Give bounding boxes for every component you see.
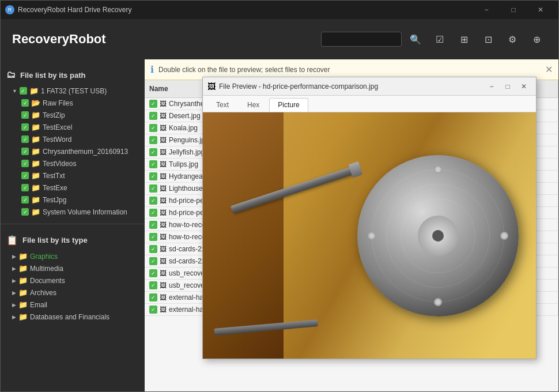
tree-item-chrysanthemum[interactable]: ✓ 📁 Chrysanthemum_20160913 [1, 145, 145, 157]
info-icon: ℹ [150, 64, 154, 75]
tree-item-testvideos[interactable]: ✓ 📁 TestVideos [1, 157, 145, 169]
type-item-documents[interactable]: ▶ 📁 Documents [1, 274, 145, 287]
tab-text[interactable]: Text [207, 98, 237, 112]
tools-button[interactable]: ⚙ [502, 29, 523, 50]
tab-picture[interactable]: Picture [269, 98, 308, 112]
preview-minimize-button[interactable]: − [484, 81, 499, 92]
row-checkbox[interactable]: ✓ [149, 209, 157, 217]
file-icon: 🖼 [160, 306, 167, 314]
row-checkbox[interactable]: ✓ [149, 100, 157, 108]
check-button[interactable]: ☑ [429, 29, 450, 50]
file-name: Desert.jpg [169, 112, 201, 120]
maximize-button[interactable]: □ [500, 1, 527, 19]
item-label: Email [30, 301, 47, 309]
close-button[interactable]: ✕ [527, 1, 554, 19]
preview-maximize-button[interactable]: □ [500, 81, 515, 92]
info-close-button[interactable]: ✕ [545, 64, 553, 75]
sidebar: 🗂 File list by its path ▼ ✓ 📁 1 FAT32 (T… [1, 59, 145, 391]
file-icon: 🖼 [160, 245, 167, 253]
tree-root[interactable]: ▼ ✓ 📁 1 FAT32 (TEST USB) [1, 85, 145, 97]
checkbox[interactable]: ✓ [21, 160, 29, 167]
row-checkbox[interactable]: ✓ [149, 245, 157, 253]
tree-item-testtxt[interactable]: ✓ 📁 TestTxt [1, 169, 145, 182]
preview-content [203, 112, 536, 359]
row-checkbox[interactable]: ✓ [149, 257, 157, 265]
app-title: RecoveryRobot [12, 32, 321, 47]
type-item-email[interactable]: ▶ 📁 Email [1, 299, 145, 311]
search-button[interactable]: 🔍 [405, 29, 426, 50]
checkbox[interactable]: ✓ [21, 135, 29, 143]
type-icon: 📋 [6, 235, 18, 246]
minimize-button[interactable]: − [473, 1, 500, 19]
tab-hex[interactable]: Hex [239, 98, 268, 112]
export-button[interactable]: ⊡ [478, 29, 498, 50]
preview-close-button[interactable]: ✕ [516, 81, 531, 92]
checkbox[interactable]: ✓ [21, 123, 29, 131]
row-checkbox[interactable]: ✓ [149, 269, 157, 277]
expand-icon: ▶ [12, 314, 16, 320]
preview-title: File Preview - hd-price-performance-comp… [219, 82, 481, 91]
type-item-archives[interactable]: ▶ 📁 Archives [1, 287, 145, 299]
row-checkbox[interactable]: ✓ [149, 197, 157, 205]
row-checkbox[interactable]: ✓ [149, 136, 157, 144]
checkbox[interactable]: ✓ [21, 172, 29, 179]
row-checkbox[interactable]: ✓ [149, 306, 157, 314]
main-content: 🗂 File list by its path ▼ ✓ 📁 1 FAT32 (T… [1, 59, 558, 391]
checkbox[interactable]: ✓ [21, 148, 29, 155]
window-controls: − □ ✕ [473, 1, 554, 19]
hdd-preview-image [203, 112, 536, 359]
tree-item-raw-files[interactable]: ✓ 📂 Raw Files [1, 97, 145, 109]
row-checkbox[interactable]: ✓ [149, 293, 157, 301]
row-checkbox[interactable]: ✓ [149, 221, 157, 229]
row-checkbox[interactable]: ✓ [149, 148, 157, 156]
folder-icon: 📂 [31, 99, 40, 107]
item-label: TestZip [43, 111, 65, 119]
preview-window: 🖼 File Preview - hd-price-performance-co… [202, 77, 537, 359]
file-icon: 🖼 [160, 209, 167, 217]
checkbox[interactable]: ✓ [21, 99, 29, 107]
tree-item-testword[interactable]: ✓ 📁 TestWord [1, 133, 145, 145]
info-message: Double click on the file to preview; sel… [158, 66, 330, 74]
tree-item-testexcel[interactable]: ✓ 📁 TestExcel [1, 121, 145, 133]
file-name: Tulips.jpg [169, 160, 198, 168]
type-item-multimedia[interactable]: ▶ 📁 Multimedia [1, 262, 145, 274]
checkbox[interactable]: ✓ [21, 184, 29, 191]
file-icon: 🖼 [160, 136, 167, 144]
file-name: Jellyfish.jpg [169, 148, 205, 156]
tree-item-testzip[interactable]: ✓ 📁 TestZip [1, 109, 145, 121]
row-checkbox[interactable]: ✓ [149, 172, 157, 180]
grid-button[interactable]: ⊞ [454, 29, 474, 50]
checkbox[interactable]: ✓ [21, 196, 29, 203]
root-checkbox[interactable]: ✓ [20, 87, 27, 95]
item-label: Databases and Financials [30, 313, 109, 321]
row-checkbox[interactable]: ✓ [149, 124, 157, 132]
type-item-graphics[interactable]: ▶ 📁 Graphics [1, 250, 145, 262]
folder-icon: 📁 [29, 86, 39, 95]
item-label: TestVideos [43, 160, 76, 168]
item-label: TestWord [43, 135, 71, 144]
file-icon: 🖼 [160, 269, 167, 277]
preview-tabs: Text Hex Picture [203, 96, 536, 112]
tree-item-testjpg[interactable]: ✓ 📁 TestJpg [1, 194, 145, 206]
row-checkbox[interactable]: ✓ [149, 233, 157, 241]
row-checkbox[interactable]: ✓ [149, 184, 157, 193]
type-item-databases[interactable]: ▶ 📁 Databases and Financials [1, 311, 145, 323]
search-input[interactable] [321, 32, 402, 47]
app-icon: R [5, 5, 14, 14]
tree-item-testexe[interactable]: ✓ 📁 TestExe [1, 182, 145, 194]
preview-window-controls: − □ ✕ [484, 81, 531, 92]
file-icon: 🖼 [160, 233, 167, 241]
row-checkbox[interactable]: ✓ [149, 112, 157, 120]
file-icon: 🖼 [160, 221, 167, 229]
path-section-header: 🗂 File list by its path [1, 65, 145, 85]
checkbox[interactable]: ✓ [21, 208, 29, 216]
menu-button[interactable]: ⊕ [526, 29, 547, 50]
folder-icon: 📁 [31, 111, 40, 119]
checkbox[interactable]: ✓ [21, 111, 29, 119]
expand-icon: ▼ [12, 88, 17, 94]
row-checkbox[interactable]: ✓ [149, 160, 157, 168]
tree-item-sysvolinfo[interactable]: ✓ 📁 System Volume Information [1, 206, 145, 218]
row-checkbox[interactable]: ✓ [149, 281, 157, 289]
file-name: Koala.jpg [169, 124, 198, 132]
folder-icon: 📁 [31, 123, 40, 131]
